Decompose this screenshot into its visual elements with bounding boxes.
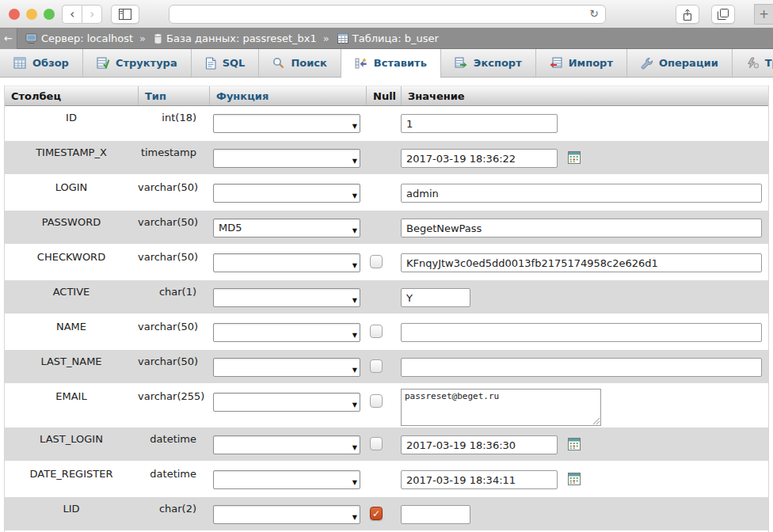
chevron-down-icon: ▼	[352, 158, 357, 165]
column-type: char(2)	[138, 497, 209, 530]
header-function[interactable]: Функция	[209, 86, 366, 105]
breadcrumb-separator: »	[139, 32, 146, 44]
import-icon	[550, 57, 562, 69]
tab-overview-button[interactable]	[711, 5, 735, 24]
function-select[interactable]: ▼	[213, 114, 360, 133]
traffic-light-close[interactable]	[9, 9, 20, 20]
column-type: int(18)	[138, 106, 209, 139]
value-input[interactable]	[401, 218, 762, 238]
calendar-icon[interactable]	[568, 473, 581, 485]
null-cell	[366, 280, 401, 314]
value-input[interactable]	[401, 505, 470, 524]
function-select[interactable]: ▼	[213, 505, 360, 524]
value-cell	[401, 497, 768, 530]
function-select[interactable]: ▼	[213, 358, 360, 377]
null-checkbox[interactable]	[370, 437, 383, 450]
column-name: DATE_REGISTER	[5, 462, 138, 496]
function-select[interactable]: ▼	[213, 393, 360, 412]
tab-sql[interactable]: SQL	[192, 49, 260, 77]
value-cell	[401, 428, 768, 461]
function-select[interactable]: ▼	[213, 435, 360, 454]
tabs-icon	[718, 9, 729, 20]
reload-icon[interactable]: ↻	[589, 7, 599, 20]
function-select[interactable]: ▼	[213, 149, 360, 168]
breadcrumb-label[interactable]: Сервер: localhost	[41, 32, 133, 44]
function-cell: ▼	[209, 428, 366, 461]
tab-operations[interactable]: Операции	[627, 49, 733, 77]
breadcrumb-back-button[interactable]: ←	[0, 28, 17, 49]
value-input[interactable]	[401, 323, 762, 342]
column-name: ID	[5, 106, 138, 139]
traffic-light-maximize[interactable]	[44, 9, 55, 20]
tab-browse[interactable]: Обзор	[0, 49, 83, 77]
function-cell: ▼	[209, 497, 366, 530]
tab-label: SQL	[223, 57, 246, 69]
tab-export[interactable]: Экспорт	[441, 49, 536, 77]
null-checkbox[interactable]	[370, 359, 383, 373]
tab-label: Триггеры	[765, 57, 773, 69]
breadcrumb-item[interactable]: Таблица: b_user	[337, 32, 439, 44]
null-checkbox[interactable]	[370, 255, 383, 268]
function-select[interactable]: ▼	[213, 323, 360, 342]
tab-label: Вставить	[374, 57, 427, 69]
function-cell: ▼	[209, 385, 366, 426]
column-type: varchar(255)	[138, 385, 209, 426]
value-textarea[interactable]	[401, 389, 601, 426]
function-select[interactable]: ▼	[213, 184, 360, 203]
value-input[interactable]	[401, 470, 558, 489]
function-select[interactable]: MD5▼	[213, 218, 360, 238]
share-icon	[683, 9, 692, 21]
null-checkbox[interactable]	[370, 394, 383, 408]
share-button[interactable]	[676, 5, 699, 24]
forward-button[interactable]: ›	[82, 5, 102, 24]
function-select[interactable]: ▼	[213, 288, 360, 307]
tab-insert[interactable]: Вставить	[341, 49, 441, 77]
header-column: Столбец	[5, 86, 138, 105]
value-cell	[401, 350, 768, 383]
chevron-down-icon: ▼	[352, 479, 357, 486]
tab-search[interactable]: Поиск	[259, 49, 341, 77]
value-input[interactable]	[401, 149, 558, 168]
calendar-icon[interactable]	[568, 151, 581, 164]
traffic-light-minimize[interactable]	[26, 9, 37, 20]
column-name: CHECKWORD	[5, 245, 138, 279]
url-input[interactable]	[176, 7, 572, 21]
null-cell	[366, 315, 401, 348]
new-tab-button[interactable]: +	[754, 4, 773, 25]
function-cell: ▼	[209, 141, 366, 174]
chevron-down-icon: ▼	[352, 123, 357, 130]
header-type[interactable]: Тип	[138, 86, 209, 105]
triggers-icon	[746, 57, 759, 69]
function-select[interactable]: ▼	[213, 470, 360, 489]
breadcrumb-label[interactable]: База данных: passreset_bx1	[166, 32, 317, 44]
value-input[interactable]	[401, 288, 470, 307]
back-button[interactable]: ‹	[62, 5, 82, 24]
column-name: LID	[5, 497, 138, 530]
sql-icon	[205, 57, 216, 70]
calendar-icon[interactable]	[568, 438, 581, 450]
breadcrumb-separator: »	[323, 32, 329, 44]
function-cell: ▼	[209, 315, 366, 348]
column-name: PASSWORD	[5, 211, 138, 244]
null-checkbox[interactable]	[370, 325, 383, 338]
tab-triggers[interactable]: Триггеры	[733, 49, 773, 77]
chevron-down-icon: ▼	[352, 192, 357, 200]
function-cell: ▼	[209, 280, 366, 314]
value-input[interactable]	[401, 358, 762, 377]
null-checkbox[interactable]: ✓	[370, 507, 383, 520]
value-input[interactable]	[401, 184, 762, 203]
tab-import[interactable]: Импорт	[536, 49, 627, 77]
breadcrumb-item[interactable]: База данных: passreset_bx1	[154, 32, 317, 44]
breadcrumb-item[interactable]: Сервер: localhost	[25, 32, 133, 44]
breadcrumb-label[interactable]: Таблица: b_user	[352, 32, 439, 44]
value-input[interactable]	[401, 435, 558, 454]
value-input[interactable]	[401, 114, 558, 133]
null-cell	[366, 106, 401, 139]
tab-structure[interactable]: Структура	[83, 49, 192, 77]
sidebar-toggle-button[interactable]	[111, 5, 139, 24]
field-row-last_name: LAST_NAMEvarchar(50)▼	[5, 350, 768, 385]
url-bar[interactable]: ↻	[169, 5, 606, 24]
value-input[interactable]	[401, 253, 762, 272]
function-select[interactable]: ▼	[213, 253, 360, 272]
operations-icon	[641, 57, 653, 70]
